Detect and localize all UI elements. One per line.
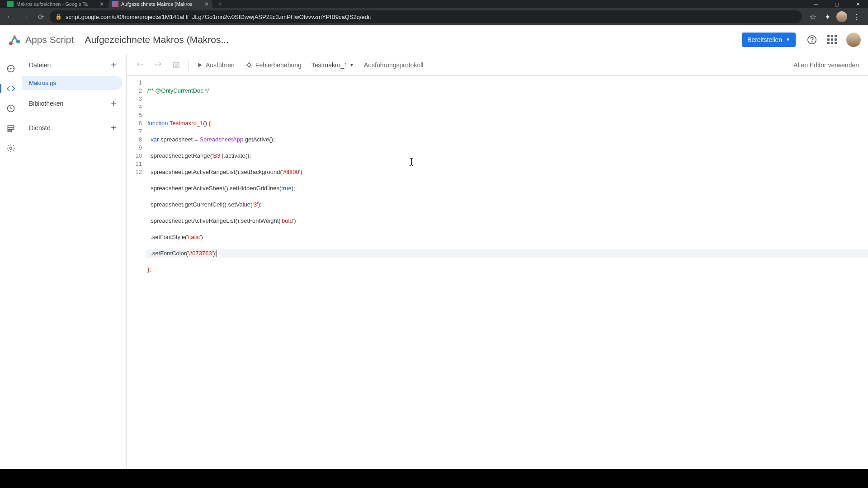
reload-button[interactable]: ⟳ (34, 10, 47, 23)
log-label: Ausführungsprotokoll (364, 61, 424, 69)
run-button[interactable]: Ausführen (192, 57, 239, 73)
close-icon[interactable]: ✕ (204, 1, 209, 7)
lock-icon: 🔒 (55, 14, 62, 20)
add-service-button[interactable]: + (108, 122, 119, 133)
apps-script-icon (112, 1, 118, 7)
function-name: Testmakro_1 (311, 61, 348, 69)
libraries-section-header: Bibliotheken + (22, 90, 126, 114)
overview-nav-icon[interactable] (2, 60, 20, 78)
svg-point-6 (10, 68, 11, 69)
close-icon[interactable]: ✕ (99, 1, 104, 7)
svg-rect-12 (174, 62, 179, 68)
bookmark-star-icon[interactable]: ☆ (807, 11, 818, 22)
browser-chrome: Makros aufzeichnen - Google Ta ✕ Aufgeze… (0, 0, 868, 25)
apps-grid-button[interactable] (823, 31, 841, 49)
files-section-header: Dateien + (22, 54, 126, 76)
chrome-menu-icon[interactable]: ⋮ (851, 11, 862, 22)
url-input[interactable]: 🔒 script.google.com/u/0/home/projects/1M… (50, 10, 802, 23)
account-avatar[interactable] (846, 33, 861, 47)
code-content[interactable]: /** @OnlyCurrentDoc */ function Testmakr… (146, 76, 868, 469)
browser-tab-2[interactable]: Aufgezeichnete Makros (Makros ✕ (108, 0, 212, 8)
project-title[interactable]: Aufgezeichnete Makros (Makros... (85, 34, 229, 45)
browser-tab-1[interactable]: Makros aufzeichnen - Google Ta ✕ (4, 0, 108, 8)
window-controls: ─ ▢ ✕ (806, 0, 868, 8)
app-body: Dateien + Makros.gs Bibliotheken + Diens… (0, 54, 868, 469)
execution-log-button[interactable]: Ausführungsprotokoll (359, 57, 428, 73)
editor-nav-icon[interactable] (2, 80, 20, 98)
line-gutter: 1 2 3 4 5 6 7 8 9 10 11 12 (127, 76, 146, 469)
forward-button[interactable]: → (19, 10, 32, 23)
tab-title: Makros aufzeichnen - Google Ta (16, 1, 95, 7)
left-nav-rail (0, 54, 22, 469)
deploy-label: Bereitstellen (747, 36, 782, 43)
deploy-button[interactable]: Bereitstellen ▼ (742, 33, 796, 47)
function-selector[interactable]: Testmakro_1 ▼ (308, 61, 358, 69)
triggers-nav-icon[interactable] (2, 99, 20, 117)
services-section-header: Dienste + (22, 114, 126, 139)
tab-bar: Makros aufzeichnen - Google Ta ✕ Aufgeze… (0, 0, 868, 8)
run-label: Ausführen (206, 61, 235, 69)
libraries-label: Bibliotheken (29, 100, 63, 107)
svg-rect-10 (8, 130, 11, 131)
new-tab-button[interactable]: + (213, 0, 226, 8)
redo-button[interactable] (150, 57, 166, 73)
minimize-button[interactable]: ─ (806, 0, 826, 8)
legacy-editor-link[interactable]: Alten Editor verwenden (790, 61, 863, 69)
debug-button[interactable]: Fehlerbehebung (241, 57, 306, 73)
editor-area: Ausführen Fehlerbehebung Testmakro_1 ▼ A… (127, 54, 868, 469)
add-file-button[interactable]: + (108, 60, 119, 70)
profile-avatar[interactable] (836, 11, 847, 22)
chevron-down-icon: ▼ (349, 62, 354, 67)
maximize-button[interactable]: ▢ (826, 0, 847, 8)
chevron-down-icon: ▼ (786, 37, 790, 42)
settings-nav-icon[interactable] (2, 139, 20, 157)
files-label: Dateien (29, 61, 51, 69)
executions-nav-icon[interactable] (2, 119, 20, 137)
logo-text[interactable]: Apps Script (25, 34, 74, 45)
svg-rect-9 (8, 128, 14, 129)
back-button[interactable]: ← (4, 10, 16, 23)
url-text: script.google.com/u/0/home/projects/1M14… (66, 14, 371, 20)
tab-title: Aufgezeichnete Makros (Makros (121, 1, 200, 7)
svg-rect-8 (8, 126, 14, 127)
sheets-icon (7, 1, 14, 7)
svg-point-11 (9, 147, 12, 150)
undo-button[interactable] (132, 57, 148, 73)
svg-point-4 (811, 41, 812, 42)
bottom-bar (0, 469, 868, 488)
services-label: Dienste (29, 124, 50, 131)
editor-toolbar: Ausführen Fehlerbehebung Testmakro_1 ▼ A… (127, 54, 868, 76)
app-container: Apps Script Aufgezeichnete Makros (Makro… (0, 25, 868, 469)
svg-point-13 (247, 63, 250, 66)
add-library-button[interactable]: + (108, 98, 119, 109)
extensions-icon[interactable]: ✦ (822, 11, 833, 22)
app-header: Apps Script Aufgezeichnete Makros (Makro… (0, 25, 868, 54)
file-item-makros[interactable]: Makros.gs (22, 76, 123, 90)
save-button[interactable] (168, 57, 184, 73)
debug-label: Fehlerbehebung (255, 61, 302, 69)
address-bar: ← → ⟳ 🔒 script.google.com/u/0/home/proje… (0, 8, 868, 25)
help-button[interactable] (803, 31, 821, 49)
apps-script-logo-icon[interactable] (7, 33, 22, 47)
files-panel: Dateien + Makros.gs Bibliotheken + Diens… (22, 54, 127, 469)
close-window-button[interactable]: ✕ (847, 0, 868, 8)
code-editor[interactable]: 1 2 3 4 5 6 7 8 9 10 11 12 /** @OnlyCurr… (127, 76, 868, 469)
